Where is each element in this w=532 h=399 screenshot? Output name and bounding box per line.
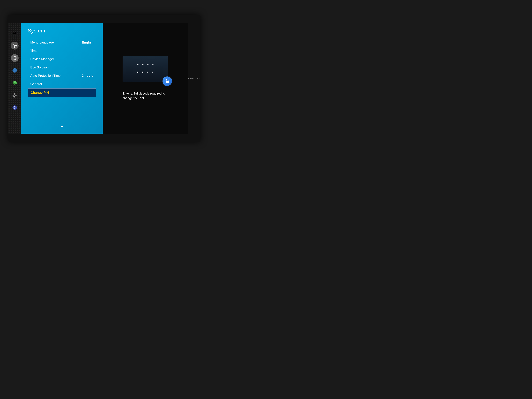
pin-panel: **** **** Enter a 4-digit code required … (103, 23, 188, 134)
pin-dot: * (152, 63, 154, 68)
pin-row-1: **** (137, 63, 154, 68)
menu-item[interactable]: Eco Solution (28, 63, 96, 72)
menu-item-value: 2 hours (82, 74, 94, 78)
menu-item[interactable]: Time (28, 47, 96, 55)
pin-display-box: **** **** (123, 56, 168, 82)
settings-icon[interactable] (11, 91, 19, 99)
menu-item[interactable]: Auto Protection Time2 hours (28, 72, 96, 80)
pin-dot: * (137, 70, 139, 76)
pin-dot: * (142, 63, 144, 68)
photos-icon[interactable]: 🏔 (11, 29, 19, 37)
samsung-logo: SAMSUNG (188, 78, 201, 80)
tv-frame: 🏔 (8, 15, 201, 142)
pin-dot: * (137, 63, 139, 68)
pin-dot: * (142, 70, 144, 76)
menu-item-label: Time (30, 49, 38, 53)
menu-item-value: English (82, 41, 94, 44)
menu-item[interactable]: Device Manager (28, 55, 96, 63)
camera-icon[interactable] (11, 42, 19, 50)
globe-icon[interactable] (11, 66, 19, 74)
help-icon[interactable]: ? (11, 104, 19, 112)
pin-dot: * (152, 70, 154, 76)
lock-icon (162, 76, 172, 86)
menu-item-label: Device Manager (30, 57, 54, 61)
scroll-down-indicator: ∨ (28, 125, 96, 129)
menu-item[interactable]: General (28, 80, 96, 88)
audio-icon[interactable] (11, 54, 19, 62)
svg-point-18 (167, 82, 168, 82)
sidebar: 🏔 (8, 23, 21, 134)
pin-description: Enter a 4-digit code required to change … (123, 91, 168, 101)
tv-screen: 🏔 (8, 23, 188, 134)
pin-row-2: **** (137, 70, 154, 76)
menu-item[interactable]: Menu LanguageEnglish (28, 38, 96, 47)
pin-dot: * (147, 63, 149, 68)
menu-items: Menu LanguageEnglishTimeDevice ManagerEc… (28, 38, 96, 124)
svg-text:?: ? (14, 106, 16, 109)
svg-point-3 (13, 56, 16, 60)
menu-item-selected[interactable]: Change PIN (28, 88, 96, 97)
svg-point-2 (14, 45, 15, 46)
cube-icon[interactable] (11, 79, 19, 87)
menu-item-label: Auto Protection Time (30, 74, 61, 78)
menu-title: System (28, 28, 96, 34)
menu-item-label: Change PIN (31, 91, 49, 95)
menu-item-label: Menu Language (30, 41, 54, 44)
menu-item-label: Eco Solution (30, 65, 49, 69)
pin-dot: * (147, 70, 149, 76)
svg-point-14 (14, 94, 15, 96)
menu-panel: System Menu LanguageEnglishTimeDevice Ma… (21, 23, 103, 134)
svg-point-4 (14, 57, 15, 59)
menu-item-label: General (30, 82, 42, 86)
